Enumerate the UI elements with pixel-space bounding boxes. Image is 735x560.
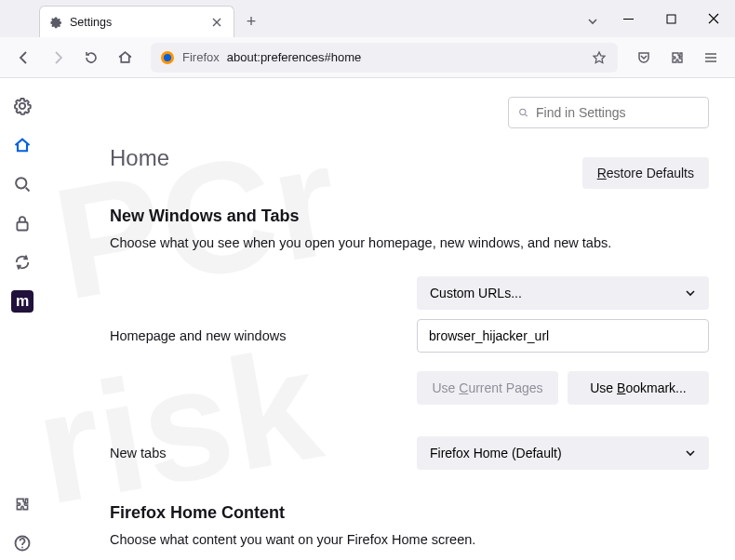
restore-defaults-button[interactable]: RRestore Defaultsestore Defaults <box>582 157 709 189</box>
chevron-down-icon <box>685 447 696 459</box>
section-home-content-desc: Choose what content you want on your Fir… <box>110 532 709 547</box>
pocket-icon[interactable] <box>629 43 659 73</box>
svg-rect-4 <box>17 222 27 231</box>
minimize-button[interactable] <box>607 0 649 37</box>
tab-title: Settings <box>70 16 202 29</box>
use-current-pages-button[interactable]: Use Current Pages <box>417 371 558 405</box>
bookmark-star-icon[interactable] <box>590 50 608 65</box>
sidebar-addons[interactable] <box>6 487 39 521</box>
firefox-icon <box>160 50 175 65</box>
menu-icon[interactable] <box>696 43 726 73</box>
homepage-label: Homepage and new windows <box>110 328 417 343</box>
reload-button[interactable] <box>76 43 106 73</box>
url-label: Firefox <box>182 50 220 64</box>
browser-tab[interactable]: Settings <box>39 6 234 37</box>
sidebar-sync[interactable] <box>6 246 39 279</box>
tabs-dropdown-icon[interactable] <box>579 8 607 34</box>
main-content: Home RRestore Defaultsestore Defaults Ne… <box>45 78 735 560</box>
sidebar: m <box>0 78 45 560</box>
newtabs-label: New tabs <box>110 446 417 460</box>
use-bookmark-button[interactable]: Use Bookmark... <box>568 371 709 405</box>
home-button[interactable] <box>110 43 140 73</box>
svg-point-7 <box>520 109 526 114</box>
page-heading: Home <box>110 145 582 171</box>
find-in-settings[interactable] <box>508 97 709 128</box>
sidebar-home[interactable] <box>6 128 39 162</box>
extensions-icon[interactable] <box>662 43 692 73</box>
homepage-dropdown[interactable]: Custom URLs... <box>417 276 709 310</box>
close-icon[interactable] <box>209 15 224 30</box>
section-new-windows-title: New Windows and Tabs <box>110 207 709 226</box>
back-button[interactable] <box>9 43 39 73</box>
sidebar-general[interactable] <box>6 89 39 123</box>
forward-button[interactable] <box>43 43 73 73</box>
svg-point-6 <box>21 547 23 549</box>
url-bar[interactable]: Firefox about:preferences#home <box>151 43 618 73</box>
svg-point-2 <box>164 54 171 61</box>
maximize-button[interactable] <box>649 0 692 37</box>
svg-rect-0 <box>667 15 675 23</box>
sidebar-search[interactable] <box>6 167 39 201</box>
titlebar: Settings + <box>0 0 735 37</box>
url-text: about:preferences#home <box>227 50 362 64</box>
svg-point-3 <box>16 178 26 188</box>
section-home-content-title: Firefox Home Content <box>110 503 709 523</box>
section-new-windows-desc: Choose what you see when you open your h… <box>110 235 709 250</box>
sidebar-privacy[interactable] <box>6 207 39 240</box>
newtabs-dropdown[interactable]: Firefox Home (Default) <box>417 436 709 470</box>
search-icon <box>518 106 528 119</box>
toolbar: Firefox about:preferences#home <box>0 37 735 78</box>
chevron-down-icon <box>685 287 696 299</box>
close-window-button[interactable] <box>692 0 735 37</box>
gear-icon <box>49 16 62 29</box>
sidebar-help[interactable] <box>6 527 39 560</box>
sidebar-more[interactable]: m <box>11 290 33 313</box>
window-controls <box>607 0 735 37</box>
homepage-url-input[interactable] <box>417 319 709 353</box>
new-tab-button[interactable]: + <box>238 8 264 34</box>
find-input[interactable] <box>536 105 699 120</box>
